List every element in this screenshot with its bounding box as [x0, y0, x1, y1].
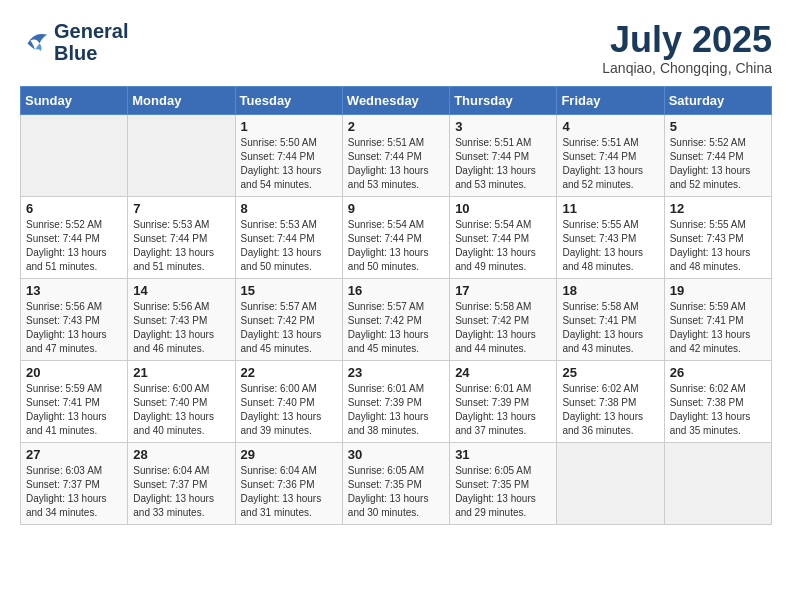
- day-number: 2: [348, 119, 444, 134]
- day-info: Sunrise: 6:02 AM Sunset: 7:38 PM Dayligh…: [670, 382, 766, 438]
- day-number: 19: [670, 283, 766, 298]
- calendar-cell: 10Sunrise: 5:54 AM Sunset: 7:44 PM Dayli…: [450, 196, 557, 278]
- day-number: 26: [670, 365, 766, 380]
- calendar-cell: 21Sunrise: 6:00 AM Sunset: 7:40 PM Dayli…: [128, 360, 235, 442]
- day-info: Sunrise: 5:58 AM Sunset: 7:41 PM Dayligh…: [562, 300, 658, 356]
- day-number: 14: [133, 283, 229, 298]
- calendar-week-2: 6Sunrise: 5:52 AM Sunset: 7:44 PM Daylig…: [21, 196, 772, 278]
- calendar-cell: 11Sunrise: 5:55 AM Sunset: 7:43 PM Dayli…: [557, 196, 664, 278]
- day-number: 24: [455, 365, 551, 380]
- calendar-cell: 16Sunrise: 5:57 AM Sunset: 7:42 PM Dayli…: [342, 278, 449, 360]
- day-info: Sunrise: 5:59 AM Sunset: 7:41 PM Dayligh…: [670, 300, 766, 356]
- calendar-cell: 1Sunrise: 5:50 AM Sunset: 7:44 PM Daylig…: [235, 114, 342, 196]
- day-info: Sunrise: 6:02 AM Sunset: 7:38 PM Dayligh…: [562, 382, 658, 438]
- month-title: July 2025: [602, 20, 772, 60]
- day-info: Sunrise: 5:58 AM Sunset: 7:42 PM Dayligh…: [455, 300, 551, 356]
- calendar-body: 1Sunrise: 5:50 AM Sunset: 7:44 PM Daylig…: [21, 114, 772, 524]
- day-number: 4: [562, 119, 658, 134]
- calendar-cell: [21, 114, 128, 196]
- day-number: 31: [455, 447, 551, 462]
- day-info: Sunrise: 5:54 AM Sunset: 7:44 PM Dayligh…: [348, 218, 444, 274]
- day-number: 7: [133, 201, 229, 216]
- location: Lanqiao, Chongqing, China: [602, 60, 772, 76]
- day-info: Sunrise: 6:00 AM Sunset: 7:40 PM Dayligh…: [241, 382, 337, 438]
- calendar-cell: [128, 114, 235, 196]
- calendar-cell: 12Sunrise: 5:55 AM Sunset: 7:43 PM Dayli…: [664, 196, 771, 278]
- page-header: General Blue July 2025 Lanqiao, Chongqin…: [20, 20, 772, 76]
- day-info: Sunrise: 5:53 AM Sunset: 7:44 PM Dayligh…: [241, 218, 337, 274]
- logo: General Blue: [20, 20, 128, 64]
- day-number: 27: [26, 447, 122, 462]
- calendar-cell: 14Sunrise: 5:56 AM Sunset: 7:43 PM Dayli…: [128, 278, 235, 360]
- day-number: 23: [348, 365, 444, 380]
- calendar-cell: 26Sunrise: 6:02 AM Sunset: 7:38 PM Dayli…: [664, 360, 771, 442]
- day-info: Sunrise: 5:52 AM Sunset: 7:44 PM Dayligh…: [26, 218, 122, 274]
- day-number: 6: [26, 201, 122, 216]
- calendar-cell: 30Sunrise: 6:05 AM Sunset: 7:35 PM Dayli…: [342, 442, 449, 524]
- day-info: Sunrise: 5:51 AM Sunset: 7:44 PM Dayligh…: [455, 136, 551, 192]
- calendar-cell: 17Sunrise: 5:58 AM Sunset: 7:42 PM Dayli…: [450, 278, 557, 360]
- day-info: Sunrise: 5:51 AM Sunset: 7:44 PM Dayligh…: [562, 136, 658, 192]
- day-info: Sunrise: 5:56 AM Sunset: 7:43 PM Dayligh…: [26, 300, 122, 356]
- calendar-week-5: 27Sunrise: 6:03 AM Sunset: 7:37 PM Dayli…: [21, 442, 772, 524]
- day-info: Sunrise: 5:54 AM Sunset: 7:44 PM Dayligh…: [455, 218, 551, 274]
- day-info: Sunrise: 6:04 AM Sunset: 7:36 PM Dayligh…: [241, 464, 337, 520]
- day-number: 29: [241, 447, 337, 462]
- logo-bird-icon: [20, 28, 50, 56]
- weekday-saturday: Saturday: [664, 86, 771, 114]
- calendar-week-4: 20Sunrise: 5:59 AM Sunset: 7:41 PM Dayli…: [21, 360, 772, 442]
- calendar-cell: 9Sunrise: 5:54 AM Sunset: 7:44 PM Daylig…: [342, 196, 449, 278]
- calendar-cell: 25Sunrise: 6:02 AM Sunset: 7:38 PM Dayli…: [557, 360, 664, 442]
- calendar-cell: [557, 442, 664, 524]
- calendar-cell: [664, 442, 771, 524]
- calendar-cell: 2Sunrise: 5:51 AM Sunset: 7:44 PM Daylig…: [342, 114, 449, 196]
- calendar-cell: 27Sunrise: 6:03 AM Sunset: 7:37 PM Dayli…: [21, 442, 128, 524]
- calendar-week-1: 1Sunrise: 5:50 AM Sunset: 7:44 PM Daylig…: [21, 114, 772, 196]
- day-info: Sunrise: 6:04 AM Sunset: 7:37 PM Dayligh…: [133, 464, 229, 520]
- logo-text: General Blue: [54, 20, 128, 64]
- calendar-cell: 4Sunrise: 5:51 AM Sunset: 7:44 PM Daylig…: [557, 114, 664, 196]
- calendar-cell: 5Sunrise: 5:52 AM Sunset: 7:44 PM Daylig…: [664, 114, 771, 196]
- calendar-cell: 3Sunrise: 5:51 AM Sunset: 7:44 PM Daylig…: [450, 114, 557, 196]
- day-number: 16: [348, 283, 444, 298]
- weekday-sunday: Sunday: [21, 86, 128, 114]
- day-info: Sunrise: 5:52 AM Sunset: 7:44 PM Dayligh…: [670, 136, 766, 192]
- day-info: Sunrise: 6:05 AM Sunset: 7:35 PM Dayligh…: [455, 464, 551, 520]
- title-block: July 2025 Lanqiao, Chongqing, China: [602, 20, 772, 76]
- weekday-thursday: Thursday: [450, 86, 557, 114]
- day-number: 20: [26, 365, 122, 380]
- day-info: Sunrise: 6:03 AM Sunset: 7:37 PM Dayligh…: [26, 464, 122, 520]
- day-number: 3: [455, 119, 551, 134]
- day-number: 15: [241, 283, 337, 298]
- day-number: 10: [455, 201, 551, 216]
- day-info: Sunrise: 5:56 AM Sunset: 7:43 PM Dayligh…: [133, 300, 229, 356]
- calendar-cell: 6Sunrise: 5:52 AM Sunset: 7:44 PM Daylig…: [21, 196, 128, 278]
- day-number: 5: [670, 119, 766, 134]
- day-info: Sunrise: 6:00 AM Sunset: 7:40 PM Dayligh…: [133, 382, 229, 438]
- day-number: 11: [562, 201, 658, 216]
- day-info: Sunrise: 5:55 AM Sunset: 7:43 PM Dayligh…: [670, 218, 766, 274]
- calendar-cell: 15Sunrise: 5:57 AM Sunset: 7:42 PM Dayli…: [235, 278, 342, 360]
- day-number: 12: [670, 201, 766, 216]
- calendar-table: SundayMondayTuesdayWednesdayThursdayFrid…: [20, 86, 772, 525]
- day-info: Sunrise: 5:51 AM Sunset: 7:44 PM Dayligh…: [348, 136, 444, 192]
- day-number: 21: [133, 365, 229, 380]
- weekday-monday: Monday: [128, 86, 235, 114]
- day-number: 18: [562, 283, 658, 298]
- weekday-tuesday: Tuesday: [235, 86, 342, 114]
- day-number: 25: [562, 365, 658, 380]
- calendar-cell: 7Sunrise: 5:53 AM Sunset: 7:44 PM Daylig…: [128, 196, 235, 278]
- calendar-cell: 20Sunrise: 5:59 AM Sunset: 7:41 PM Dayli…: [21, 360, 128, 442]
- day-info: Sunrise: 5:53 AM Sunset: 7:44 PM Dayligh…: [133, 218, 229, 274]
- day-number: 28: [133, 447, 229, 462]
- calendar-cell: 22Sunrise: 6:00 AM Sunset: 7:40 PM Dayli…: [235, 360, 342, 442]
- calendar-cell: 23Sunrise: 6:01 AM Sunset: 7:39 PM Dayli…: [342, 360, 449, 442]
- day-info: Sunrise: 6:01 AM Sunset: 7:39 PM Dayligh…: [455, 382, 551, 438]
- day-number: 22: [241, 365, 337, 380]
- weekday-header-row: SundayMondayTuesdayWednesdayThursdayFrid…: [21, 86, 772, 114]
- day-number: 17: [455, 283, 551, 298]
- day-info: Sunrise: 5:55 AM Sunset: 7:43 PM Dayligh…: [562, 218, 658, 274]
- calendar-cell: 29Sunrise: 6:04 AM Sunset: 7:36 PM Dayli…: [235, 442, 342, 524]
- calendar-cell: 19Sunrise: 5:59 AM Sunset: 7:41 PM Dayli…: [664, 278, 771, 360]
- day-number: 9: [348, 201, 444, 216]
